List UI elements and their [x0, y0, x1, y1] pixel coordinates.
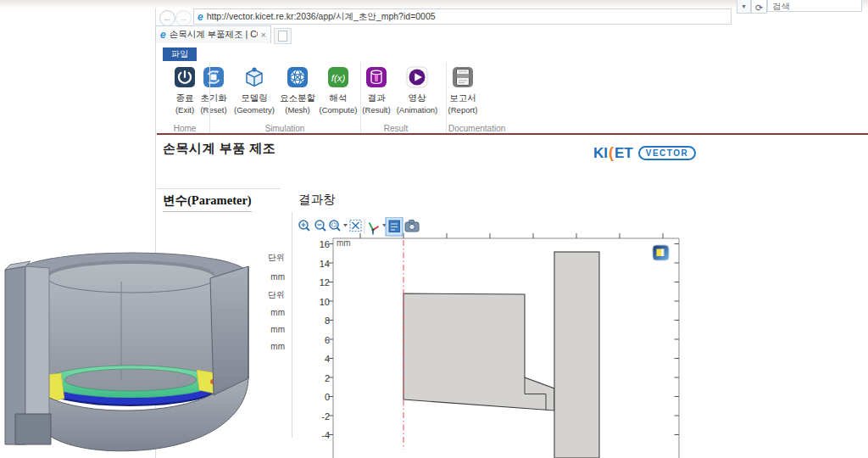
- close-tab-icon[interactable]: ×: [261, 30, 266, 40]
- report-icon: [450, 64, 476, 90]
- geometry-cube-icon: [242, 64, 267, 90]
- chevron-down-icon[interactable]: [343, 224, 348, 227]
- x-axis-ticks: [360, 233, 663, 238]
- logo-vector-badge: VECTOR: [638, 146, 697, 160]
- new-tab-icon: [278, 31, 287, 42]
- geometry-cross-section: [403, 252, 599, 458]
- mesh-icon: [285, 64, 310, 90]
- unit-label: mm: [254, 308, 285, 317]
- ie-icon: e: [160, 30, 166, 40]
- zoom-in-icon[interactable]: [299, 221, 309, 231]
- unit-label: 단위: [254, 289, 285, 301]
- forward-icon[interactable]: →: [175, 10, 192, 26]
- y-tick-label: 12: [303, 277, 330, 288]
- browser-tab[interactable]: e 손목시계 부품제조 | COMS... ×: [155, 25, 271, 43]
- section-divider: [157, 188, 281, 189]
- right-axis-ticks: [675, 244, 680, 435]
- axis-unit-label: mm: [337, 238, 351, 248]
- geometry-button[interactable]: 모델링 (Geometry): [231, 64, 278, 114]
- y-tick-label: -2: [303, 411, 330, 422]
- plot-canvas[interactable]: [303, 231, 687, 458]
- url-text: http://vector.kicet.re.kr:2036/app/시계_초안…: [207, 11, 436, 23]
- y-tick-label: -4: [303, 430, 330, 440]
- y-tick-label: 14: [303, 259, 330, 269]
- y-tick-label: 10: [303, 297, 330, 307]
- fx-icon: f(x): [326, 64, 351, 90]
- back-icon[interactable]: ←: [159, 10, 175, 26]
- 3d-model-image: [0, 248, 254, 458]
- reset-icon: [201, 64, 226, 90]
- group-label-simulation: Simulation: [242, 124, 327, 133]
- group-label-result: Result: [362, 124, 430, 133]
- url-dropdown-icon[interactable]: ▾: [737, 0, 751, 14]
- url-bar[interactable]: e http://vector.kicet.re.kr:2036/app/시계_…: [193, 8, 732, 25]
- y-tick-label: 8: [303, 316, 330, 326]
- ribbon-group-separator: [360, 63, 361, 133]
- group-label-documentation: Documentation: [448, 124, 525, 133]
- unit-label: mm: [254, 272, 285, 282]
- comsol-badge-icon[interactable]: [653, 245, 669, 260]
- refresh-icon[interactable]: ⟳: [751, 0, 767, 14]
- ie-icon: e: [198, 12, 203, 22]
- logo-text: KI: [593, 145, 608, 162]
- zoom-extents-icon[interactable]: [350, 221, 361, 232]
- file-menu-button[interactable]: 파일: [163, 47, 197, 61]
- ribbon-group-separator: [209, 63, 210, 133]
- unit-label: mm: [254, 342, 285, 351]
- page-title: 손목시계 부품 제조: [163, 141, 275, 157]
- unit-label: mm: [254, 325, 285, 334]
- kicet-vector-logo: KI(ET VECTOR: [593, 144, 696, 162]
- y-tick-label: 16: [303, 239, 330, 249]
- ribbon-bottom-accent: [157, 133, 868, 135]
- parameter-panel-heading: 변수(Parameter): [163, 193, 252, 212]
- result-icon: [364, 64, 389, 90]
- panel-divider: [292, 212, 292, 438]
- y-tick-label: 6: [303, 335, 330, 345]
- tool-rectangle: [554, 252, 599, 458]
- screenshot-root: ← → e http://vector.kicet.re.kr:2036/app…: [0, 0, 868, 458]
- y-tick-label: 2: [303, 373, 330, 383]
- unit-label: 단위: [254, 252, 285, 264]
- search-input[interactable]: 검색: [767, 0, 862, 12]
- zoom-out-icon[interactable]: [315, 221, 326, 231]
- logo-text: ET: [615, 145, 633, 162]
- ribbon-group-separator: [446, 63, 447, 133]
- animation-button[interactable]: 영상 (Animation): [393, 64, 441, 114]
- zoom-box-icon[interactable]: [330, 221, 340, 231]
- play-icon: [404, 64, 430, 90]
- logo-swoosh: (: [609, 144, 614, 162]
- svg-text:f(x): f(x): [331, 73, 346, 83]
- tab-title: 손목시계 부품제조 | COMS...: [170, 29, 258, 41]
- y-tick-label: 4: [303, 354, 330, 364]
- group-label-home: Home: [159, 124, 210, 133]
- result-panel-heading: 결과창: [298, 192, 336, 208]
- snapshot-camera-icon[interactable]: [405, 221, 419, 232]
- new-tab-button[interactable]: [274, 28, 292, 44]
- y-tick-label: 0: [303, 392, 330, 402]
